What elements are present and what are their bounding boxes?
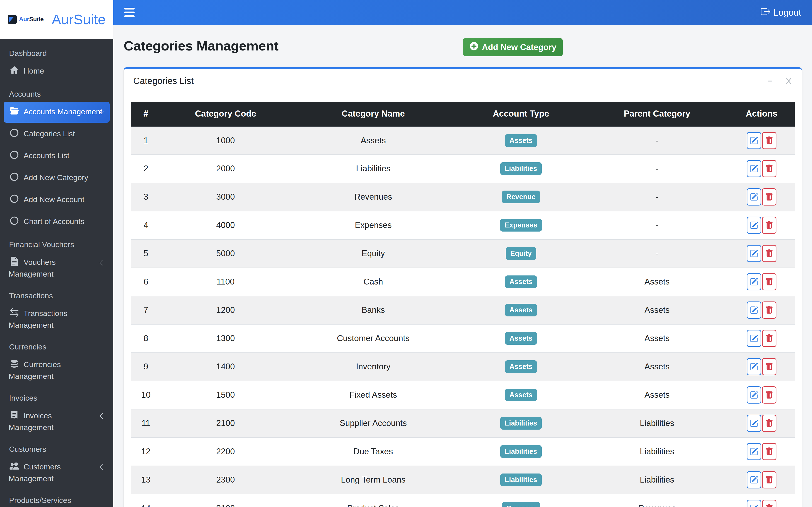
edit-button[interactable] (747, 471, 761, 489)
delete-button[interactable] (762, 443, 776, 460)
sidebar-nav: DashboardHomeAccountsAccounts Management… (0, 39, 113, 507)
cell-category-name: Liabilities (290, 155, 456, 183)
edit-button[interactable] (747, 188, 761, 206)
edit-button[interactable] (747, 245, 761, 262)
cell-parent-category: Liabilities (586, 438, 728, 466)
delete-button[interactable] (762, 273, 776, 290)
table-row: 101500Fixed AssetsAssetsAssets (131, 381, 795, 409)
page-title: Categories Management (124, 38, 463, 54)
cell-account-type: Revenue (456, 494, 586, 507)
delete-button[interactable] (762, 415, 776, 432)
edit-button[interactable] (747, 273, 761, 290)
exchange-icon (9, 308, 20, 320)
cell-actions (728, 211, 795, 239)
delete-button[interactable] (762, 301, 776, 319)
delete-button[interactable] (762, 245, 776, 262)
close-icon[interactable] (785, 77, 793, 85)
cell-parent-category: - (586, 239, 728, 268)
edit-button[interactable] (747, 160, 761, 177)
page-header: Categories Management Add New Category (124, 38, 802, 56)
app-root: AurSuite AurSuite DashboardHomeAccountsA… (0, 0, 812, 507)
sidebar-item-categories-list[interactable]: Categories List (4, 124, 110, 145)
cell-category-name: Equity (290, 239, 456, 268)
brand-logo-text: AurSuite (19, 16, 44, 23)
account-type-badge: Liabilities (500, 473, 542, 486)
sidebar-item-accounts-management[interactable]: Accounts Management (4, 102, 110, 123)
edit-button[interactable] (747, 132, 761, 149)
table-body: 11000AssetsAssets-22000LiabilitiesLiabil… (131, 126, 795, 507)
delete-button[interactable] (762, 471, 776, 489)
delete-button[interactable] (762, 330, 776, 347)
page-actions-column: Add New Category (463, 38, 802, 56)
cell-category-name: Due Taxes (290, 438, 456, 466)
cell-category-name: Supplier Accounts (290, 409, 456, 438)
edit-button[interactable] (747, 330, 761, 347)
cell-category-name: Product Sales (290, 494, 456, 507)
edit-button[interactable] (747, 358, 761, 375)
table-row: 44000ExpensesExpenses- (131, 211, 795, 239)
sidebar-item-chart-of-accounts[interactable]: Chart of Accounts (4, 211, 110, 232)
file-invoice-icon (9, 257, 20, 269)
sidebar: AurSuite AurSuite DashboardHomeAccountsA… (0, 0, 113, 507)
account-type-badge: Revenue (502, 502, 540, 507)
card-body: #Category CodeCategory NameAccount TypeP… (124, 93, 802, 507)
table-row: 143100Product SalesRevenueRevenues (131, 494, 795, 507)
table-header-row: #Category CodeCategory NameAccount TypeP… (131, 102, 795, 126)
hamburger-icon[interactable] (124, 8, 136, 17)
sidebar-item-accounts-list[interactable]: Accounts List (4, 146, 110, 167)
sidebar-item-add-new-category[interactable]: Add New Category (4, 168, 110, 188)
edit-button[interactable] (747, 500, 761, 507)
brand-header[interactable]: AurSuite AurSuite (0, 0, 113, 39)
sidebar-item-customers-management[interactable]: CustomersManagement (4, 457, 110, 488)
table-row: 132300Long Term LoansLiabilitiesLiabilit… (131, 466, 795, 494)
cell-actions (728, 155, 795, 183)
edit-button[interactable] (747, 415, 761, 432)
cell-number: 7 (131, 296, 161, 324)
cell-account-type: Assets (456, 268, 586, 296)
table-head: #Category CodeCategory NameAccount TypeP… (131, 102, 795, 126)
edit-button[interactable] (747, 386, 761, 404)
sidebar-item-transactions-management[interactable]: TransactionsManagement (4, 303, 110, 335)
edit-button[interactable] (747, 217, 761, 234)
minimize-icon[interactable] (767, 77, 774, 85)
edit-button[interactable] (747, 443, 761, 460)
account-type-badge: Equity (506, 247, 536, 260)
table-row: 122200Due TaxesLiabilitiesLiabilities (131, 438, 795, 466)
delete-button[interactable] (762, 132, 776, 149)
cell-category-code: 4000 (161, 211, 290, 239)
cell-number: 8 (131, 324, 161, 353)
logout-button[interactable]: Logout (761, 7, 801, 18)
sidebar-item-vouchers-management[interactable]: Vouchers Management (4, 252, 110, 284)
column-header-category-name: Category Name (290, 102, 456, 126)
account-type-badge: Assets (505, 360, 537, 373)
sidebar-item-label: Chart of Accounts (23, 217, 84, 226)
delete-button[interactable] (762, 386, 776, 404)
table-row: 55000EquityEquity- (131, 239, 795, 268)
sidebar-item-add-new-account[interactable]: Add New Account (4, 189, 110, 211)
delete-button[interactable] (762, 160, 776, 177)
table-row: 61100CashAssetsAssets (131, 268, 795, 296)
delete-button[interactable] (762, 188, 776, 206)
edit-button[interactable] (747, 301, 761, 319)
home-icon (9, 65, 20, 77)
cell-number: 2 (131, 155, 161, 183)
sidebar-item-currencies-management[interactable]: CurrenciesManagement (4, 354, 110, 386)
add-new-category-button[interactable]: Add New Category (463, 38, 563, 56)
categories-table: #Category CodeCategory NameAccount TypeP… (131, 102, 795, 507)
cell-category-code: 1000 (161, 126, 290, 155)
account-type-badge: Assets (505, 389, 537, 401)
circle-icon (9, 150, 20, 162)
delete-button[interactable] (762, 358, 776, 375)
receipt-icon (9, 410, 20, 422)
page-title-column: Categories Management (124, 38, 463, 54)
sidebar-item-label: Accounts List (23, 151, 69, 160)
sidebar-item-invoices-management[interactable]: Invoices Management (4, 406, 110, 437)
cell-parent-category: Revenues (586, 494, 728, 507)
cell-number: 10 (131, 381, 161, 409)
cell-category-name: Inventory (290, 353, 456, 381)
sidebar-item-home[interactable]: Home (4, 61, 110, 82)
cell-number: 1 (131, 126, 161, 155)
circle-icon (9, 172, 20, 184)
delete-button[interactable] (762, 500, 776, 507)
delete-button[interactable] (762, 217, 776, 234)
